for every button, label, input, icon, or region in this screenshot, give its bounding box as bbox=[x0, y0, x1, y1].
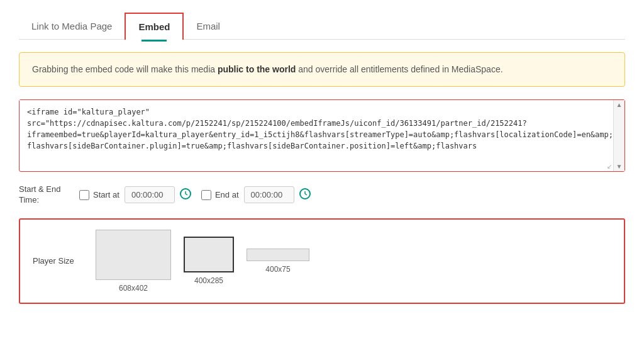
start-time-input[interactable] bbox=[125, 186, 175, 203]
warning-text-after: and override all entitlements defined in… bbox=[296, 64, 502, 74]
size-text-small: 400x75 bbox=[265, 265, 290, 274]
player-size-section: Player Size 608x402 400x285 400x75 bbox=[19, 218, 625, 304]
size-text-medium: 400x285 bbox=[194, 276, 223, 285]
size-option-medium[interactable]: 400x285 bbox=[184, 237, 234, 285]
warning-text-bold: public to the world bbox=[218, 64, 296, 74]
time-section-label: Start & End Time: bbox=[19, 184, 69, 206]
end-clock-icon[interactable] bbox=[299, 188, 311, 202]
size-option-small[interactable]: 400x75 bbox=[247, 249, 309, 274]
size-text-large: 608x402 bbox=[119, 284, 148, 293]
warning-text-before: Grabbing the embed code will make this m… bbox=[32, 64, 218, 74]
svg-line-5 bbox=[305, 194, 307, 195]
start-checkbox-wrapper: Start at bbox=[79, 190, 119, 200]
time-row: Start & End Time: Start at End at bbox=[19, 184, 625, 206]
scroll-down-icon[interactable]: ▼ bbox=[616, 163, 623, 170]
scroll-up-icon[interactable]: ▲ bbox=[616, 101, 623, 108]
main-container: Link to Media Page Embed Email Grabbing … bbox=[0, 0, 644, 353]
end-at-checkbox[interactable] bbox=[201, 190, 211, 200]
end-time-group: End at bbox=[201, 186, 311, 203]
scrollbar[interactable]: ▲ ▼ bbox=[613, 100, 625, 171]
end-time-input[interactable] bbox=[244, 186, 294, 203]
size-preview-small bbox=[247, 249, 309, 261]
start-at-label: Start at bbox=[93, 190, 119, 199]
size-options: 608x402 400x285 400x75 bbox=[96, 230, 309, 293]
tab-email[interactable]: Email bbox=[184, 13, 233, 39]
size-option-large[interactable]: 608x402 bbox=[96, 230, 171, 293]
size-preview-medium bbox=[184, 237, 234, 272]
start-clock-icon[interactable] bbox=[180, 188, 191, 202]
start-time-group: Start at bbox=[79, 186, 191, 203]
resize-handle[interactable]: ↙ bbox=[607, 163, 612, 170]
embed-code-textarea[interactable] bbox=[19, 100, 625, 169]
tab-bar: Link to Media Page Embed Email bbox=[19, 13, 625, 40]
tab-embed[interactable]: Embed bbox=[125, 13, 184, 40]
warning-box: Grabbing the embed code will make this m… bbox=[19, 52, 625, 87]
svg-line-2 bbox=[186, 194, 187, 195]
end-checkbox-wrapper: End at bbox=[201, 190, 239, 200]
embed-code-container: ▲ ▼ ↙ bbox=[19, 99, 625, 172]
tab-link-to-media-page[interactable]: Link to Media Page bbox=[19, 13, 125, 39]
end-at-label: End at bbox=[215, 190, 239, 199]
start-at-checkbox[interactable] bbox=[79, 190, 89, 200]
size-preview-large bbox=[96, 230, 171, 280]
player-size-label: Player Size bbox=[33, 256, 83, 266]
